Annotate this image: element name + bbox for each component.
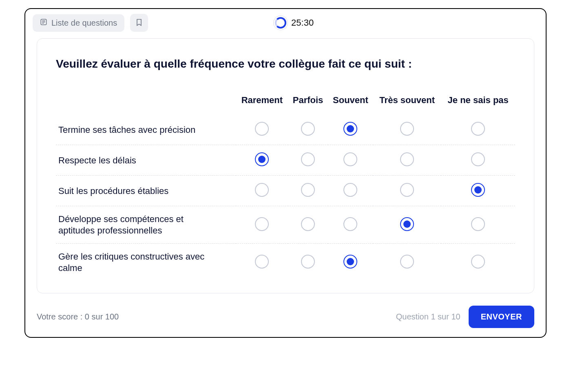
radio-option[interactable]: [471, 255, 485, 269]
radio-option[interactable]: [343, 152, 357, 166]
row-label: Termine ses tâches avec précision: [58, 124, 213, 136]
radio-option[interactable]: [255, 152, 269, 166]
column-header: Je ne sais pas: [441, 91, 515, 115]
row-label: Développe ses compétences et aptitudes p…: [58, 214, 213, 236]
question-list-button[interactable]: Liste de questions: [33, 14, 124, 32]
bookmark-icon: [135, 18, 143, 29]
radio-option[interactable]: [255, 183, 269, 197]
column-header: Très souvent: [373, 91, 441, 115]
radio-option[interactable]: [301, 217, 315, 231]
column-header: Parfois: [288, 91, 328, 115]
question-list-label: Liste de questions: [51, 18, 117, 28]
radio-option[interactable]: [301, 255, 315, 269]
row-label: Respecte les délais: [58, 155, 213, 166]
spinner-icon: [275, 17, 286, 29]
radio-option[interactable]: [471, 122, 485, 136]
rating-matrix: RarementParfoisSouventTrès souventJe ne …: [56, 91, 515, 281]
radio-option[interactable]: [255, 217, 269, 231]
column-header: Rarement: [236, 91, 288, 115]
radio-option[interactable]: [301, 152, 315, 166]
row-label-header: [56, 91, 236, 115]
matrix-row: Suit les procédures établies: [56, 176, 515, 206]
bookmark-button[interactable]: [130, 14, 148, 32]
radio-option[interactable]: [343, 255, 357, 269]
radio-option[interactable]: [301, 122, 315, 136]
timer: 25:30: [154, 17, 435, 29]
radio-option[interactable]: [255, 255, 269, 269]
matrix-row: Termine ses tâches avec précision: [56, 115, 515, 145]
progress-text: Question 1 sur 10: [396, 312, 460, 322]
radio-option[interactable]: [471, 183, 485, 197]
radio-option[interactable]: [471, 217, 485, 231]
matrix-row: Gère les critiques constructives avec ca…: [56, 244, 515, 281]
radio-option[interactable]: [343, 217, 357, 231]
question-title: Veuillez évaluer à quelle fréquence votr…: [56, 57, 515, 70]
question-card: Veuillez évaluer à quelle fréquence votr…: [37, 38, 534, 293]
footer: Votre score : 0 sur 100 Question 1 sur 1…: [25, 301, 546, 337]
column-header: Souvent: [328, 91, 373, 115]
radio-option[interactable]: [400, 152, 414, 166]
radio-option[interactable]: [255, 122, 269, 136]
matrix-row: Respecte les délais: [56, 145, 515, 176]
submit-button[interactable]: ENVOYER: [469, 306, 534, 328]
score-text: Votre score : 0 sur 100: [37, 312, 119, 322]
topbar: Liste de questions 25:30: [25, 9, 546, 34]
radio-option[interactable]: [301, 183, 315, 197]
row-label: Gère les critiques constructives avec ca…: [58, 251, 213, 273]
radio-option[interactable]: [471, 152, 485, 166]
quiz-container: Liste de questions 25:30 Veuillez évalue…: [24, 8, 547, 338]
radio-option[interactable]: [400, 122, 414, 136]
radio-option[interactable]: [400, 217, 414, 231]
list-icon: [40, 18, 47, 28]
timer-text: 25:30: [291, 18, 314, 28]
radio-option[interactable]: [343, 183, 357, 197]
radio-option[interactable]: [400, 255, 414, 269]
matrix-row: Développe ses compétences et aptitudes p…: [56, 206, 515, 244]
radio-option[interactable]: [343, 122, 357, 136]
radio-option[interactable]: [400, 183, 414, 197]
row-label: Suit les procédures établies: [58, 185, 213, 197]
